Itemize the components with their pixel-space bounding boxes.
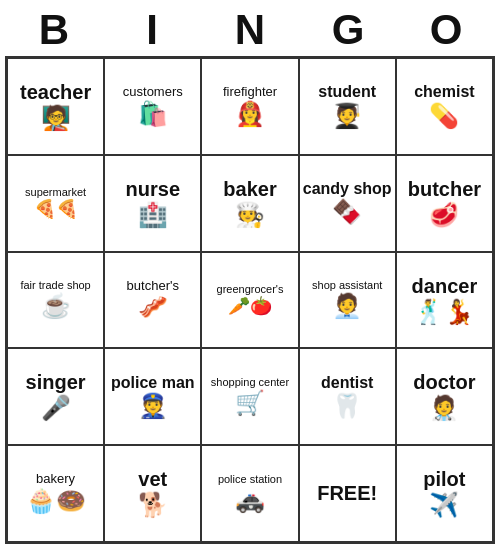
letter-i: I [107,6,197,54]
bingo-cell-2[interactable]: firefighter👩‍🚒 [201,58,298,155]
cell-emoji: ✈️ [429,491,459,520]
cell-label: customers [123,84,183,100]
cell-emoji: 🥕🍅 [228,296,272,318]
cell-label: supermarket [25,186,86,199]
cell-emoji: 🧑‍🏫 [41,104,71,133]
bingo-cell-4[interactable]: chemist💊 [396,58,493,155]
cell-emoji: 🧑‍🎓 [332,102,362,131]
cell-label: police station [218,473,282,486]
bingo-cell-20[interactable]: bakery🧁🍩 [7,445,104,542]
bingo-cell-17[interactable]: shopping center🛒 [201,348,298,445]
cell-emoji: 👮 [138,392,168,421]
bingo-cell-8[interactable]: candy shop🍫 [299,155,396,252]
letter-n: N [205,6,295,54]
cell-label: student [318,82,376,101]
cell-emoji: 🛍️ [138,100,168,129]
cell-label: candy shop [303,179,392,198]
cell-label: shopping center [211,376,289,389]
cell-label: baker [223,177,276,201]
bingo-cell-11[interactable]: butcher's🥓 [104,252,201,349]
bingo-cell-18[interactable]: dentist🦷 [299,348,396,445]
letter-g: G [303,6,393,54]
cell-emoji: 🐕 [138,491,168,520]
cell-label: bakery [36,471,75,487]
cell-label: dancer [412,274,478,298]
bingo-cell-5[interactable]: supermarket🍕🍕 [7,155,104,252]
bingo-cell-24[interactable]: pilot✈️ [396,445,493,542]
cell-emoji: 🏥 [138,201,168,230]
bingo-cell-13[interactable]: shop assistant🧑‍💼 [299,252,396,349]
cell-label: butcher [408,177,481,201]
bingo-cell-3[interactable]: student🧑‍🎓 [299,58,396,155]
bingo-cell-23[interactable]: FREE! [299,445,396,542]
cell-emoji: 🦷 [332,392,362,421]
bingo-cell-14[interactable]: dancer🕺💃 [396,252,493,349]
cell-emoji: 🥓 [138,293,168,322]
cell-label: firefighter [223,84,277,100]
cell-label: teacher [20,80,91,104]
cell-label: shop assistant [312,279,382,292]
cell-label: vet [138,467,167,491]
cell-emoji: 🕺💃 [414,298,474,327]
letter-o: O [401,6,491,54]
cell-emoji: 🧑‍💼 [332,292,362,321]
letter-b: B [9,6,99,54]
cell-label: police man [111,373,195,392]
cell-label: singer [26,370,86,394]
cell-emoji: ☕ [41,292,71,321]
bingo-cell-15[interactable]: singer🎤 [7,348,104,445]
cell-emoji: 🚓 [235,486,265,515]
bingo-cell-1[interactable]: customers🛍️ [104,58,201,155]
cell-emoji: 🍫 [332,198,362,227]
bingo-cell-22[interactable]: police station🚓 [201,445,298,542]
bingo-cell-0[interactable]: teacher🧑‍🏫 [7,58,104,155]
cell-emoji: 🧑‍🍳 [235,201,265,230]
bingo-cell-6[interactable]: nurse🏥 [104,155,201,252]
bingo-cell-19[interactable]: doctor🧑‍⚕️ [396,348,493,445]
cell-emoji: 🧁🍩 [26,487,86,516]
cell-emoji: 🧑‍⚕️ [429,394,459,423]
cell-label: fair trade shop [20,279,90,292]
cell-emoji: 🥩 [429,201,459,230]
cell-label: nurse [126,177,180,201]
cell-label: greengrocer's [217,283,284,296]
cell-label: doctor [413,370,475,394]
cell-label: dentist [321,373,373,392]
cell-label: pilot [423,467,465,491]
cell-emoji: 💊 [429,102,459,131]
free-label: FREE! [317,482,377,505]
cell-emoji: 👩‍🚒 [235,100,265,129]
bingo-cell-9[interactable]: butcher🥩 [396,155,493,252]
bingo-cell-21[interactable]: vet🐕 [104,445,201,542]
cell-label: chemist [414,82,474,101]
bingo-cell-10[interactable]: fair trade shop☕ [7,252,104,349]
cell-emoji: 🍕🍕 [34,199,78,221]
bingo-cell-7[interactable]: baker🧑‍🍳 [201,155,298,252]
cell-emoji: 🎤 [41,394,71,423]
bingo-cell-12[interactable]: greengrocer's🥕🍅 [201,252,298,349]
cell-label: butcher's [127,278,179,294]
bingo-cell-16[interactable]: police man👮 [104,348,201,445]
bingo-grid: teacher🧑‍🏫customers🛍️firefighter👩‍🚒stude… [5,56,495,544]
cell-emoji: 🛒 [235,389,265,418]
bingo-header: B I N G O [5,0,495,56]
